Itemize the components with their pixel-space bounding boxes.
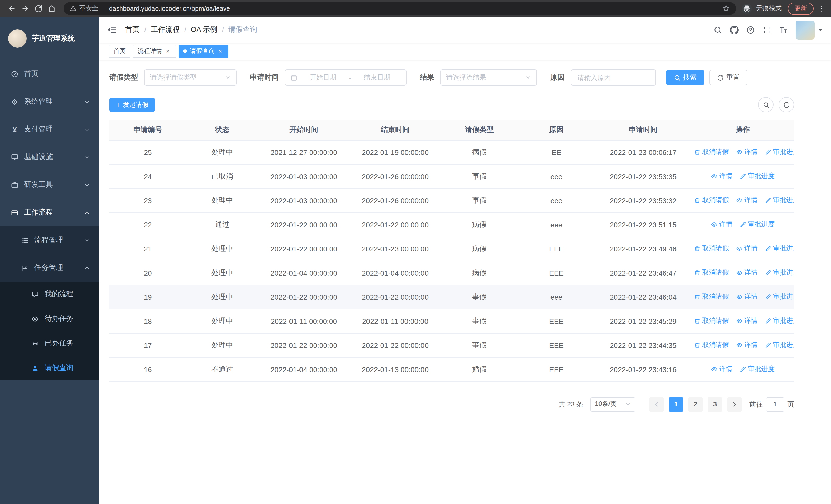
cancel-leave-link[interactable]: 取消请假	[694, 317, 729, 326]
approval-progress-link[interactable]: 审批进度	[740, 220, 775, 229]
browser-refresh-button[interactable]	[32, 2, 45, 15]
page-number-2[interactable]: 2	[688, 397, 703, 411]
prev-page-button[interactable]	[649, 397, 664, 411]
url-text[interactable]: dashboard.yudao.iocoder.cn/bpm/oa/leave	[109, 5, 230, 12]
detail-link[interactable]: 详情	[736, 340, 757, 350]
calendar-icon	[290, 74, 297, 81]
eye-icon	[736, 294, 743, 300]
address-bar[interactable]: 不安全 dashboard.yudao.iocoder.cn/bpm/oa/le…	[64, 2, 736, 15]
sidebar-item-process-management[interactable]: 流程管理	[0, 226, 99, 254]
edit-icon	[765, 197, 771, 204]
page-size-select[interactable]: 10条/页	[590, 397, 635, 411]
approval-progress-link[interactable]: 审批进度	[765, 317, 794, 326]
tab-home[interactable]: 首页	[109, 45, 131, 58]
reset-button[interactable]: 重置	[709, 70, 747, 85]
leave-type-select[interactable]: 请选择请假类型	[144, 69, 237, 86]
detail-link[interactable]: 详情	[736, 292, 757, 301]
cancel-leave-link[interactable]: 取消请假	[694, 340, 729, 350]
sidebar-item-infrastructure[interactable]: 基础设施	[0, 143, 99, 171]
detail-link[interactable]: 详情	[711, 365, 733, 374]
approval-progress-link[interactable]: 审批进度	[765, 340, 794, 350]
github-link[interactable]	[730, 25, 739, 34]
breadcrumb-workflow[interactable]: 工作流程	[151, 25, 180, 34]
cell-apply-id: 19	[109, 285, 186, 309]
col-reason: 原因	[518, 120, 595, 140]
browser-back-button[interactable]	[5, 2, 19, 15]
browser-menu-button[interactable]	[818, 4, 826, 12]
cell-leave-type: 事假	[441, 309, 518, 333]
active-tab-dot	[183, 49, 187, 53]
cell-end-time: 2022-01-04 00:00:00	[349, 261, 441, 285]
sidebar-toggle-button[interactable]	[107, 25, 117, 35]
apply-time-range-picker[interactable]: 开始日期 - 结束日期	[285, 69, 406, 86]
detail-link[interactable]: 详情	[736, 196, 757, 205]
approval-progress-link[interactable]: 审批进度	[765, 268, 794, 277]
help-button[interactable]	[746, 25, 755, 34]
create-leave-button[interactable]: + 发起请假	[109, 97, 155, 112]
tab-close-icon[interactable]: ×	[217, 48, 224, 55]
detail-link[interactable]: 详情	[711, 172, 733, 181]
cancel-leave-link[interactable]: 取消请假	[694, 244, 729, 253]
approval-progress-link[interactable]: 审批进度	[765, 196, 794, 205]
detail-link[interactable]: 详情	[736, 317, 757, 326]
tab-process-detail[interactable]: 流程详情 ×	[133, 45, 176, 58]
reason-input[interactable]	[571, 69, 656, 86]
page-number-3[interactable]: 3	[708, 397, 722, 411]
security-chip[interactable]: 不安全	[70, 4, 98, 13]
toggle-search-button[interactable]	[758, 97, 774, 112]
sidebar-item-leave-query[interactable]: 请假查询	[0, 356, 99, 380]
result-select[interactable]: 请选择流结果	[440, 69, 537, 86]
bookmark-star-button[interactable]	[722, 5, 730, 12]
breadcrumb-oa-example[interactable]: OA 示例	[191, 25, 218, 34]
detail-link[interactable]: 详情	[736, 268, 757, 277]
header-search-button[interactable]	[713, 25, 722, 34]
sidebar-item-system-management[interactable]: ⚙ 系统管理	[0, 88, 99, 116]
sidebar-item-done-tasks[interactable]: 已办任务	[0, 331, 99, 356]
sidebar-item-dev-tools[interactable]: 研发工具	[0, 171, 99, 199]
delete-icon	[694, 342, 700, 349]
breadcrumb-home[interactable]: 首页	[125, 25, 140, 34]
sidebar-item-todo-tasks[interactable]: 待办任务	[0, 306, 99, 331]
cancel-leave-link[interactable]: 取消请假	[694, 292, 729, 301]
detail-link[interactable]: 详情	[711, 220, 733, 229]
chevron-down-icon	[84, 99, 90, 105]
approval-progress-link[interactable]: 审批进度	[740, 172, 775, 181]
approval-progress-link[interactable]: 审批进度	[765, 244, 794, 253]
cancel-leave-link[interactable]: 取消请假	[694, 148, 729, 157]
cell-leave-type: 婚假	[441, 357, 518, 381]
browser-home-button[interactable]	[45, 2, 58, 15]
dashboard-icon	[11, 70, 19, 78]
approval-progress-link[interactable]: 审批进度	[740, 365, 775, 374]
search-button[interactable]: 搜索	[666, 70, 704, 85]
page-number-1[interactable]: 1	[669, 397, 683, 411]
sidebar-item-workflow[interactable]: 工作流程	[0, 199, 99, 226]
list-icon	[21, 236, 29, 244]
approval-progress-link[interactable]: 审批进度	[765, 292, 794, 301]
update-chip[interactable]: 更新	[788, 2, 813, 14]
cell-actions: 取消请假 详情 审批进度	[691, 237, 794, 261]
filter-leave-type: 请假类型 请选择请假类型	[109, 69, 237, 86]
fullscreen-button[interactable]	[763, 25, 771, 34]
sidebar-item-payment-management[interactable]: ¥ 支付管理	[0, 116, 99, 143]
goto-page-input[interactable]	[766, 397, 784, 411]
tab-close-icon[interactable]: ×	[164, 48, 171, 55]
browser-forward-button[interactable]	[19, 2, 32, 15]
goto-label: 前往	[749, 399, 763, 409]
detail-link[interactable]: 详情	[736, 148, 757, 157]
font-size-button[interactable]	[779, 25, 788, 34]
tab-leave-query[interactable]: 请假查询 ×	[179, 45, 228, 58]
app-logo[interactable]: 芋道管理系统	[0, 17, 99, 60]
user-menu[interactable]	[796, 20, 823, 39]
cancel-leave-link[interactable]: 取消请假	[694, 268, 729, 277]
detail-link[interactable]: 详情	[736, 244, 757, 253]
sidebar-item-task-management[interactable]: 任务管理	[0, 254, 99, 282]
edit-icon	[740, 221, 746, 228]
sidebar-item-home[interactable]: 首页	[0, 60, 99, 88]
refresh-table-button[interactable]	[779, 97, 794, 112]
edit-icon	[765, 294, 771, 300]
cancel-leave-link[interactable]: 取消请假	[694, 196, 729, 205]
user-avatar[interactable]	[796, 20, 814, 39]
next-page-button[interactable]	[727, 397, 742, 411]
approval-progress-link[interactable]: 审批进度	[765, 148, 794, 157]
sidebar-item-my-processes[interactable]: 我的流程	[0, 282, 99, 306]
